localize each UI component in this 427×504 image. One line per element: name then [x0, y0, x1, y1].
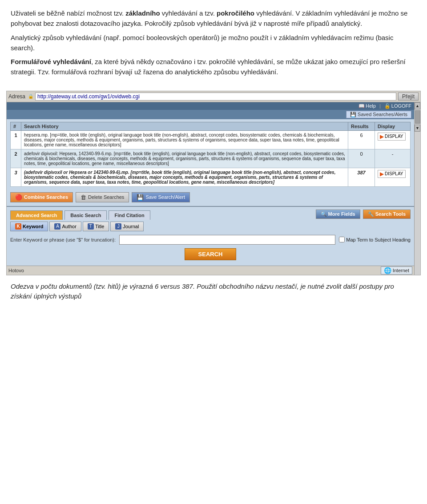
- row-3-num: 3: [11, 168, 21, 186]
- history-buttons-bar: 🔴 Combine Searches 🗑 Delete Searches 💾 S…: [7, 190, 414, 206]
- more-fields-icon: 🔍: [321, 211, 327, 217]
- search-tools-icon: 🔧: [368, 211, 374, 217]
- top-toolbar: 📖 Help | 🔓 LOGOFF: [7, 102, 414, 110]
- row-2-results: 0: [348, 149, 375, 168]
- col-num: #: [11, 122, 21, 130]
- combine-searches-button[interactable]: 🔴 Combine Searches: [10, 192, 73, 202]
- journal-icon: J: [115, 223, 121, 230]
- lock-icon: 🔒: [28, 94, 33, 99]
- row-1-display: ▶DISPLAY: [375, 130, 411, 149]
- keyword-icon: K: [15, 223, 21, 230]
- row-3-results: 387: [348, 168, 375, 186]
- search-history-table: # Search History Results Display 1 hepse…: [10, 122, 411, 187]
- delete-searches-button[interactable]: 🗑 Delete Searches: [76, 192, 129, 202]
- row-2-query: adefovir dipivoxil: Hepsera, 142340-99-6…: [21, 149, 348, 168]
- col-search-history: Search History: [21, 122, 348, 130]
- url-input[interactable]: http://gateway.ut.ovid.com/gw1/ovidweb.c…: [35, 93, 396, 101]
- table-row: 2 adefovir dipivoxil: Hepsera, 142340-99…: [11, 149, 411, 168]
- advanced-search-tab[interactable]: Advanced Search: [10, 210, 63, 220]
- globe-icon: 🌐: [384, 267, 391, 274]
- scroll-up-button[interactable]: ▲: [415, 102, 420, 109]
- keyword-tab[interactable]: K Keyword: [10, 222, 48, 231]
- search-input-area: Enter Keyword or phrase (use "$" for tru…: [7, 233, 414, 266]
- author-icon: A: [54, 223, 60, 230]
- paragraph-3: Formulářové vyhledávání, za které bývá n…: [11, 56, 416, 77]
- internet-badge: 🌐 Internet: [381, 266, 412, 274]
- help-icon: 📖: [359, 103, 365, 109]
- saved-icon: 💾: [350, 112, 356, 117]
- address-bar: Adresa 🔒 http://gateway.ut.ovid.com/gw1/…: [7, 91, 420, 102]
- saved-searches-button[interactable]: 💾 Saved Searches/Alerts: [346, 111, 411, 118]
- help-button[interactable]: 📖 Help: [359, 103, 376, 109]
- row-1-query: hepsera.mp. [mp=title, book title (engli…: [21, 130, 348, 149]
- logoff-button[interactable]: 🔓 LOGOFF: [384, 103, 411, 109]
- paragraph-2: Analytický způsob vyhledávání (např. pom…: [11, 32, 416, 53]
- status-right: 🌐 Internet: [381, 266, 412, 274]
- row-1-results: 6: [348, 130, 375, 149]
- search-label: Enter Keyword or phrase (use "$" for tru…: [10, 237, 116, 242]
- bottom-paragraph: Odezva v počtu dokumentů (tzv. hitů) je …: [11, 282, 416, 302]
- search-input[interactable]: [119, 235, 335, 245]
- col-display: Display: [375, 122, 411, 130]
- find-citation-tab[interactable]: Find Citation: [109, 210, 150, 220]
- row-3-display: ▶DISPLAY: [375, 168, 411, 186]
- save-search-button[interactable]: 💾 Save Search/Alert: [132, 192, 190, 202]
- field-buttons: 🔍 More Fields 🔧 Search Tools: [316, 210, 411, 220]
- row-2-display: -: [375, 149, 411, 168]
- scroll-thumb[interactable]: [415, 110, 420, 124]
- row-2-num: 2: [11, 149, 21, 168]
- search-form-area: Advanced Search Basic Search Find Citati…: [7, 206, 414, 266]
- field-tabs: K Keyword A Author T Title J Journal: [7, 220, 414, 233]
- display-button-3[interactable]: ▶DISPLAY: [378, 170, 406, 178]
- save-icon: 💾: [137, 194, 144, 201]
- display-button-1[interactable]: ▶DISPLAY: [378, 133, 406, 141]
- delete-icon: 🗑: [81, 194, 86, 201]
- go-button[interactable]: Přejít: [398, 93, 419, 101]
- title-tab[interactable]: T Title: [83, 222, 109, 231]
- more-fields-button[interactable]: 🔍 More Fields: [316, 210, 360, 219]
- address-label: Adresa: [8, 93, 26, 100]
- browser-window: Adresa 🔒 http://gateway.ut.ovid.com/gw1/…: [6, 91, 421, 275]
- search-tools-button[interactable]: 🔧 Search Tools: [363, 210, 411, 219]
- url-text: http://gateway.ut.ovid.com/gw1/ovidweb.c…: [37, 93, 140, 100]
- bottom-text: Odezva v počtu dokumentů (tzv. hitů) je …: [0, 275, 427, 306]
- history-area: # Search History Results Display 1 hepse…: [7, 119, 414, 190]
- intro-text: Uživateli se běžně nabízí možnost tzv. z…: [0, 0, 427, 86]
- map-term-checkbox[interactable]: [339, 237, 345, 242]
- table-row: 1 hepsera.mp. [mp=title, book title (eng…: [11, 130, 411, 149]
- scrollbar[interactable]: ▲ ▼: [414, 102, 420, 275]
- title-icon: T: [88, 223, 94, 230]
- row-1-num: 1: [11, 130, 21, 149]
- logoff-icon: 🔓: [384, 103, 391, 109]
- basic-search-tab[interactable]: Basic Search: [64, 210, 107, 220]
- display-icon-1: ▶: [380, 133, 384, 140]
- table-header-row: # Search History Results Display: [11, 122, 411, 130]
- scroll-down-button[interactable]: ▼: [415, 125, 420, 132]
- author-tab[interactable]: A Author: [49, 222, 81, 231]
- col-results: Results: [348, 122, 375, 130]
- search-line: Enter Keyword or phrase (use "$" for tru…: [10, 235, 411, 245]
- search-button[interactable]: SEARCH: [185, 248, 237, 260]
- saved-bar: 💾 Saved Searches/Alerts: [7, 110, 414, 119]
- combine-icon: 🔴: [15, 194, 22, 201]
- map-term-label: Map Term to Subject Heading: [339, 237, 411, 242]
- paragraph-1: Uživateli se běžně nabízí možnost tzv. z…: [11, 8, 416, 29]
- status-bar: Hotovo 🌐 Internet: [7, 266, 414, 275]
- display-icon-3: ▶: [380, 171, 384, 177]
- mode-tabs: Advanced Search Basic Search Find Citati…: [10, 210, 150, 220]
- row-3-query: (adefovir dipivoxil or Hepsera or 142340…: [21, 168, 348, 186]
- status-text: Hotovo: [8, 268, 24, 273]
- journal-tab[interactable]: J Journal: [110, 222, 144, 231]
- table-row: 3 (adefovir dipivoxil or Hepsera or 1423…: [11, 168, 411, 186]
